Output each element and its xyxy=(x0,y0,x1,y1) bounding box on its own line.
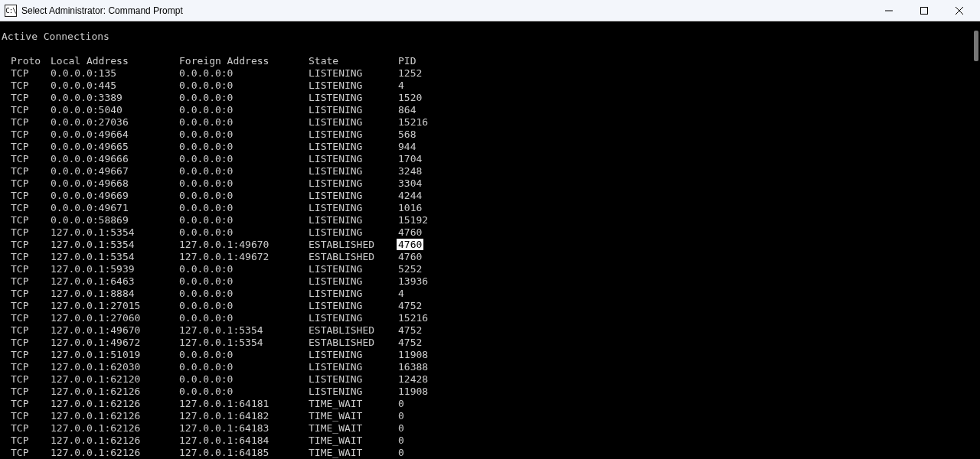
cell-proto: TCP xyxy=(11,153,51,165)
connection-row: TCP0.0.0.0:496660.0.0.0:0LISTENING1704 xyxy=(11,153,980,165)
cell-foreign: 0.0.0.0:0 xyxy=(179,177,309,190)
cell-local: 0.0.0.0:49671 xyxy=(51,202,179,214)
cell-state: TIME_WAIT xyxy=(309,398,398,410)
cell-foreign: 0.0.0.0:0 xyxy=(179,116,309,129)
cell-pid: 4752 xyxy=(398,337,459,349)
connection-row: TCP0.0.0.0:50400.0.0.0:0LISTENING864 xyxy=(11,104,980,116)
table-header-row: ProtoLocal AddressForeign AddressStatePI… xyxy=(11,55,980,67)
connection-row: TCP127.0.0.1:49672127.0.0.1:5354ESTABLIS… xyxy=(11,337,980,349)
cell-foreign: 0.0.0.0:0 xyxy=(179,104,309,116)
cell-state: LISTENING xyxy=(309,386,398,398)
cell-local: 127.0.0.1:62126 xyxy=(51,435,179,447)
cell-pid: 4760 xyxy=(398,226,459,239)
cell-local: 0.0.0.0:3389 xyxy=(51,92,179,104)
cell-state: LISTENING xyxy=(309,275,398,288)
cell-local: 0.0.0.0:49666 xyxy=(51,153,179,165)
cell-pid: 1520 xyxy=(398,92,459,104)
cell-foreign: 0.0.0.0:0 xyxy=(179,349,309,361)
cell-foreign: 127.0.0.1:64183 xyxy=(179,422,309,435)
cell-proto: TCP xyxy=(11,116,51,129)
cell-foreign: 0.0.0.0:0 xyxy=(179,202,309,214)
cell-local: 0.0.0.0:49667 xyxy=(51,165,179,177)
cell-proto: TCP xyxy=(11,239,51,251)
cell-foreign: 127.0.0.1:49670 xyxy=(179,239,309,251)
cell-pid: 568 xyxy=(398,129,459,141)
cell-foreign: 0.0.0.0:0 xyxy=(179,165,309,177)
terminal-output[interactable]: Active Connections ProtoLocal AddressFor… xyxy=(0,21,980,459)
cell-local: 127.0.0.1:62126 xyxy=(51,447,179,459)
cell-foreign: 0.0.0.0:0 xyxy=(179,226,309,239)
cell-proto: TCP xyxy=(11,214,51,226)
cell-pid: 11908 xyxy=(398,386,459,398)
cell-pid: 0 xyxy=(398,422,459,435)
cell-pid: 864 xyxy=(398,104,459,116)
cell-pid: 15216 xyxy=(398,116,459,129)
connection-row: TCP0.0.0.0:496710.0.0.0:0LISTENING1016 xyxy=(11,202,980,214)
cell-pid: 0 xyxy=(398,398,459,410)
cell-proto: TCP xyxy=(11,312,51,324)
cell-local: 127.0.0.1:27060 xyxy=(51,312,179,324)
vertical-scrollbar[interactable] xyxy=(968,21,980,459)
cell-foreign: 0.0.0.0:0 xyxy=(179,92,309,104)
connection-row: TCP0.0.0.0:496670.0.0.0:0LISTENING3248 xyxy=(11,165,980,177)
cell-pid: 4752 xyxy=(398,324,459,337)
cell-local: 127.0.0.1:49670 xyxy=(51,324,179,337)
window-titlebar[interactable]: C:\ Select Administrator: Command Prompt xyxy=(0,0,980,21)
cell-proto: TCP xyxy=(11,373,51,386)
cell-state: LISTENING xyxy=(309,104,398,116)
connection-row: TCP0.0.0.0:496640.0.0.0:0LISTENING568 xyxy=(11,129,980,141)
col-proto: Proto xyxy=(11,55,51,67)
cell-pid: 4 xyxy=(398,288,459,300)
cell-pid: 0 xyxy=(398,435,459,447)
cell-pid: 4760 xyxy=(398,239,459,251)
connection-row: TCP0.0.0.0:270360.0.0.0:0LISTENING15216 xyxy=(11,116,980,129)
cell-foreign: 127.0.0.1:49672 xyxy=(179,251,309,263)
cell-pid: 11908 xyxy=(398,349,459,361)
cell-state: LISTENING xyxy=(309,288,398,300)
cell-local: 127.0.0.1:62126 xyxy=(51,398,179,410)
cell-state: LISTENING xyxy=(309,300,398,312)
cell-local: 0.0.0.0:49668 xyxy=(51,177,179,190)
cell-pid: 1704 xyxy=(398,153,459,165)
cell-local: 127.0.0.1:5354 xyxy=(51,226,179,239)
scroll-thumb[interactable] xyxy=(974,31,978,61)
cell-foreign: 127.0.0.1:64182 xyxy=(179,410,309,422)
cell-pid: 3304 xyxy=(398,177,459,190)
cell-foreign: 0.0.0.0:0 xyxy=(179,361,309,373)
cell-foreign: 0.0.0.0:0 xyxy=(179,129,309,141)
cell-foreign: 0.0.0.0:0 xyxy=(179,275,309,288)
cell-local: 127.0.0.1:8884 xyxy=(51,288,179,300)
cell-pid: 4752 xyxy=(398,300,459,312)
connection-row: TCP0.0.0.0:588690.0.0.0:0LISTENING15192 xyxy=(11,214,980,226)
cell-state: LISTENING xyxy=(309,312,398,324)
selected-pid: 4760 xyxy=(397,239,423,250)
connection-row: TCP127.0.0.1:62126127.0.0.1:64183TIME_WA… xyxy=(11,422,980,435)
cell-foreign: 0.0.0.0:0 xyxy=(179,288,309,300)
cell-proto: TCP xyxy=(11,190,51,202)
cell-local: 127.0.0.1:51019 xyxy=(51,349,179,361)
minimize-button[interactable] xyxy=(871,0,906,21)
cell-local: 127.0.0.1:5939 xyxy=(51,263,179,275)
cell-pid: 1016 xyxy=(398,202,459,214)
cell-local: 0.0.0.0:49669 xyxy=(51,190,179,202)
maximize-button[interactable] xyxy=(906,0,942,21)
cell-state: LISTENING xyxy=(309,80,398,92)
cell-pid: 16388 xyxy=(398,361,459,373)
connection-row: TCP127.0.0.1:64630.0.0.0:0LISTENING13936 xyxy=(11,275,980,288)
cell-local: 0.0.0.0:27036 xyxy=(51,116,179,129)
cell-proto: TCP xyxy=(11,410,51,422)
cell-local: 0.0.0.0:49665 xyxy=(51,141,179,153)
connection-row: TCP127.0.0.1:621260.0.0.0:0LISTENING1190… xyxy=(11,386,980,398)
cell-local: 127.0.0.1:49672 xyxy=(51,337,179,349)
cell-proto: TCP xyxy=(11,288,51,300)
connection-row: TCP127.0.0.1:270600.0.0.0:0LISTENING1521… xyxy=(11,312,980,324)
connection-row: TCP127.0.0.1:62126127.0.0.1:64184TIME_WA… xyxy=(11,435,980,447)
cell-proto: TCP xyxy=(11,398,51,410)
close-button[interactable] xyxy=(942,0,977,21)
cell-state: LISTENING xyxy=(309,214,398,226)
cell-local: 127.0.0.1:6463 xyxy=(51,275,179,288)
cell-pid: 3248 xyxy=(398,165,459,177)
cell-pid: 4760 xyxy=(398,251,459,263)
cell-foreign: 127.0.0.1:5354 xyxy=(179,337,309,349)
cell-state: TIME_WAIT xyxy=(309,410,398,422)
